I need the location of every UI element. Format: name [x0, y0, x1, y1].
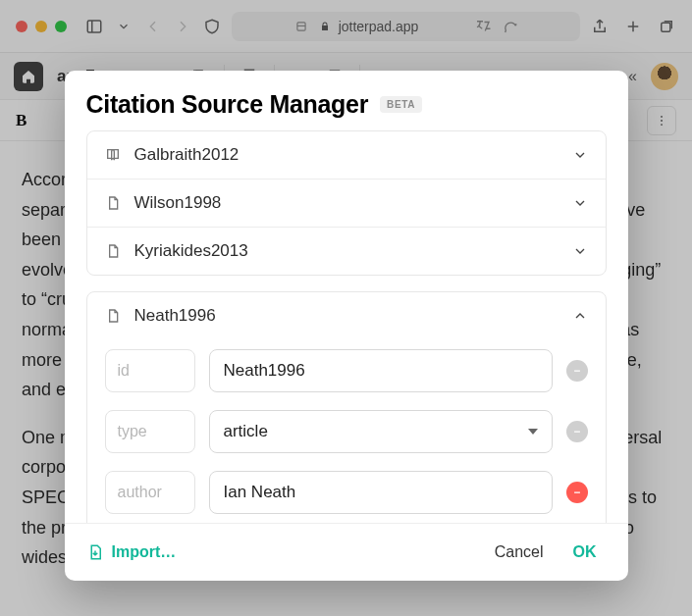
source-row[interactable]: Kyriakides2013 [87, 227, 606, 275]
field-row-id: id [105, 349, 588, 392]
source-list: Galbraith2012 Wilson1998 Kyriakides2013 [86, 130, 607, 276]
citation-manager-modal: Citation Source Manager BETA Galbraith20… [65, 71, 628, 581]
field-key-label: id [105, 349, 195, 392]
chevron-down-icon [572, 243, 588, 259]
remove-field-button[interactable] [566, 360, 588, 382]
modal-title: Citation Source Manager [86, 90, 369, 119]
source-label: Kyriakides2013 [134, 241, 559, 261]
remove-field-button[interactable] [566, 421, 588, 442]
author-input[interactable] [209, 471, 553, 514]
source-expanded: Neath1996 id type article [86, 291, 607, 523]
field-key-label: type [105, 410, 195, 453]
modal-overlay[interactable]: Citation Source Manager BETA Galbraith20… [0, 0, 692, 616]
document-icon [105, 243, 121, 259]
ok-button[interactable]: OK [563, 538, 607, 567]
remove-field-button[interactable] [566, 482, 588, 503]
modal-body: Galbraith2012 Wilson1998 Kyriakides2013 [65, 127, 628, 523]
source-row[interactable]: Wilson1998 [87, 179, 606, 227]
beta-badge: BETA [380, 96, 422, 113]
chevron-down-icon [572, 147, 588, 163]
modal-footer: Import… Cancel OK [65, 523, 628, 581]
cancel-button[interactable]: Cancel [485, 538, 554, 567]
id-input[interactable] [209, 349, 553, 392]
field-row-type: type article [105, 410, 588, 453]
type-select[interactable]: article [209, 410, 553, 453]
caret-down-icon [528, 429, 538, 435]
source-label: Neath1996 [134, 306, 559, 326]
source-label: Galbraith2012 [134, 145, 559, 165]
type-select-value: article [224, 422, 268, 441]
source-fields: id type article author [87, 339, 606, 523]
book-icon [105, 147, 121, 163]
field-key-label: author [105, 471, 195, 514]
source-row[interactable]: Galbraith2012 [87, 131, 606, 179]
field-row-author: author [105, 471, 588, 514]
chevron-down-icon [572, 195, 588, 211]
import-button[interactable]: Import… [86, 543, 177, 561]
source-row[interactable]: Neath1996 [87, 292, 606, 339]
source-label: Wilson1998 [134, 193, 559, 213]
document-icon [105, 308, 121, 324]
modal-header: Citation Source Manager BETA [65, 71, 628, 127]
document-icon [105, 195, 121, 211]
import-label: Import… [112, 543, 177, 561]
chevron-up-icon [572, 308, 588, 324]
